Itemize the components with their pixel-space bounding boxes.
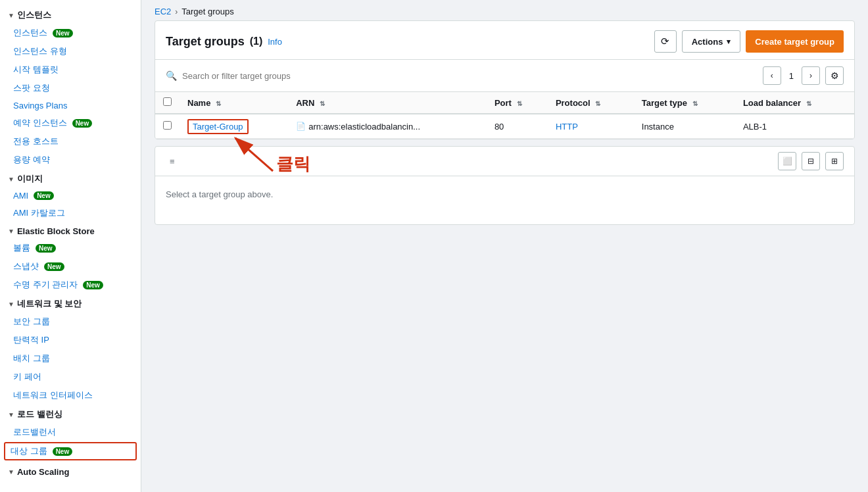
panel-expand-button[interactable]: ⬜	[778, 152, 796, 170]
sidebar: ▼ 인스턴스 인스턴스 New 인스턴스 유형 시작 템플릿 스팟 요청 Sav…	[0, 0, 141, 492]
table-wrapper: Name ⇅ ARN ⇅ Port ⇅	[155, 92, 854, 139]
refresh-button[interactable]: ⟳	[654, 30, 677, 53]
info-link[interactable]: Info	[268, 37, 282, 47]
pagination-controls: ‹ 1 › ⚙	[763, 66, 844, 85]
auto-scaling-section-header[interactable]: ▼ Auto Scaling	[0, 463, 141, 480]
sidebar-item-ami[interactable]: AMI New	[0, 187, 141, 204]
panel-collapse-button[interactable]: ⊞	[825, 152, 844, 170]
select-all-checkbox[interactable]	[163, 97, 172, 106]
header-actions: ⟳ Actions ▾ Create target group	[654, 30, 844, 53]
search-icon: 🔍	[166, 70, 177, 81]
col-header-target-type: Target type ⇅	[634, 92, 735, 114]
sidebar-item-security-groups[interactable]: 보안 그룹	[0, 312, 141, 331]
instances-arrow: ▼	[8, 12, 14, 19]
main-content: EC2 › Target groups Target groups (1) In…	[141, 0, 868, 492]
images-section-label: 이미지	[17, 173, 43, 185]
ebs-arrow: ▼	[8, 228, 14, 235]
col-header-protocol: Protocol ⇅	[548, 92, 634, 114]
arn-sort-icon[interactable]: ⇅	[320, 100, 325, 107]
table-title-area: Target groups (1) Info	[166, 35, 282, 49]
panel-split-button[interactable]: ⊟	[802, 152, 820, 170]
sidebar-item-savings-plans[interactable]: Savings Plans	[0, 97, 141, 114]
instances-section-label: 인스턴스	[17, 9, 51, 21]
sidebar-item-placement-groups[interactable]: 배치 그룹	[0, 349, 141, 368]
ebs-section-header[interactable]: ▼ Elastic Block Store	[0, 222, 141, 239]
page-title: Target groups	[166, 35, 245, 49]
table-row: Target-Group 📄 arn:aws:elasticloadbalanc…	[155, 114, 854, 139]
sidebar-item-ami-catalog[interactable]: AMI 카탈로그	[0, 204, 141, 222]
sidebar-item-dedicated-hosts[interactable]: 전용 호스트	[0, 132, 141, 151]
breadcrumb-ec2[interactable]: EC2	[155, 7, 171, 16]
name-sort-icon[interactable]: ⇅	[216, 100, 221, 107]
target-groups-table: Name ⇅ ARN ⇅ Port ⇅	[155, 92, 854, 139]
port-cell: 80	[487, 114, 548, 139]
col-header-port: Port ⇅	[487, 92, 548, 114]
pagination-next-button[interactable]: ›	[802, 66, 820, 85]
sidebar-item-capacity-reservations[interactable]: 용량 예약	[0, 151, 141, 169]
panel-message: Select a target group above.	[155, 176, 854, 212]
sidebar-item-instances[interactable]: 인스턴스 New	[0, 24, 141, 42]
col-header-name: Name ⇅	[180, 92, 288, 114]
ebs-section-label: Elastic Block Store	[17, 226, 95, 236]
table-header: Target groups (1) Info ⟳ Actions ▾ Creat…	[155, 21, 854, 60]
instances-section-header[interactable]: ▼ 인스턴스	[0, 5, 141, 24]
sidebar-item-instance-types[interactable]: 인스턴스 유형	[0, 42, 141, 61]
network-section-label: 네트워크 및 보안	[17, 298, 82, 310]
panel-actions: ⬜ ⊟ ⊞	[778, 152, 844, 170]
sidebar-item-network-interfaces[interactable]: 네트워크 인터페이스	[0, 386, 141, 405]
protocol-sort-icon[interactable]: ⇅	[595, 100, 600, 107]
sidebar-item-reserved-instances[interactable]: 예약 인스턴스 New	[0, 114, 141, 132]
protocol-cell: HTTP	[548, 114, 634, 139]
target-type-sort-icon[interactable]: ⇅	[692, 100, 698, 107]
sidebar-item-elastic-ip[interactable]: 탄력적 IP	[0, 331, 141, 349]
load-balancer-sort-icon[interactable]: ⇅	[806, 100, 811, 107]
sidebar-item-snapshots[interactable]: 스냅샷 New	[0, 257, 141, 276]
row-checkbox[interactable]	[163, 121, 172, 130]
load-balancing-section-header[interactable]: ▼ 로드 밸런싱	[0, 405, 141, 423]
images-arrow: ▼	[8, 176, 14, 183]
sidebar-item-volumes[interactable]: 볼륨 New	[0, 239, 141, 257]
target-group-name-link[interactable]: Target-Group	[187, 119, 249, 134]
sidebar-item-lifecycle-manager[interactable]: 수명 주기 관리자 New	[0, 276, 141, 294]
resize-handle[interactable]: ≡	[166, 153, 179, 170]
bottom-panel-header: ≡ ⬜ ⊟ ⊞	[155, 147, 854, 176]
images-section-header[interactable]: ▼ 이미지	[0, 169, 141, 187]
chevron-down-icon: ▾	[727, 37, 731, 46]
actions-button[interactable]: Actions ▾	[682, 30, 741, 53]
target-groups-table-container: Target groups (1) Info ⟳ Actions ▾ Creat…	[155, 20, 855, 139]
auto-scaling-section-label: Auto Scaling	[17, 467, 69, 477]
document-icon: 📄	[296, 122, 306, 131]
sidebar-item-target-groups[interactable]: 대상 그룹 New	[4, 442, 137, 460]
breadcrumb-separator: ›	[175, 7, 178, 16]
pagination-prev-button[interactable]: ‹	[763, 66, 781, 85]
network-arrow: ▼	[8, 301, 14, 308]
settings-button[interactable]: ⚙	[825, 66, 844, 85]
auto-scaling-arrow: ▼	[8, 468, 14, 476]
count-badge: (1)	[250, 36, 263, 47]
page-number: 1	[786, 71, 796, 81]
sidebar-item-spot-requests[interactable]: 스팟 요청	[0, 79, 141, 97]
arn-cell: 📄 arn:aws:elasticloadbalancin...	[296, 122, 479, 132]
col-header-load-balancer: Load balancer ⇅	[735, 92, 854, 114]
sidebar-item-launch-templates[interactable]: 시작 템플릿	[0, 61, 141, 79]
breadcrumb: EC2 › Target groups	[141, 0, 868, 20]
sidebar-item-load-balancers[interactable]: 로드밸런서	[0, 423, 141, 441]
load-balancing-section-label: 로드 밸런싱	[17, 408, 62, 420]
search-bar: 🔍 ‹ 1 › ⚙	[155, 60, 854, 92]
search-input[interactable]	[182, 71, 758, 81]
load-balancer-cell: ALB-1	[735, 114, 854, 139]
col-header-arn: ARN ⇅	[288, 92, 487, 114]
network-section-header[interactable]: ▼ 네트워크 및 보안	[0, 294, 141, 312]
port-sort-icon[interactable]: ⇅	[517, 100, 522, 107]
load-balancing-arrow: ▼	[8, 411, 14, 418]
breadcrumb-current: Target groups	[181, 7, 234, 16]
target-type-cell: Instance	[634, 114, 735, 139]
bottom-panel: ≡ ⬜ ⊟ ⊞ Select a target group above.	[155, 146, 855, 225]
create-target-group-button[interactable]: Create target group	[746, 30, 844, 53]
sidebar-item-key-pairs[interactable]: 키 페어	[0, 368, 141, 386]
